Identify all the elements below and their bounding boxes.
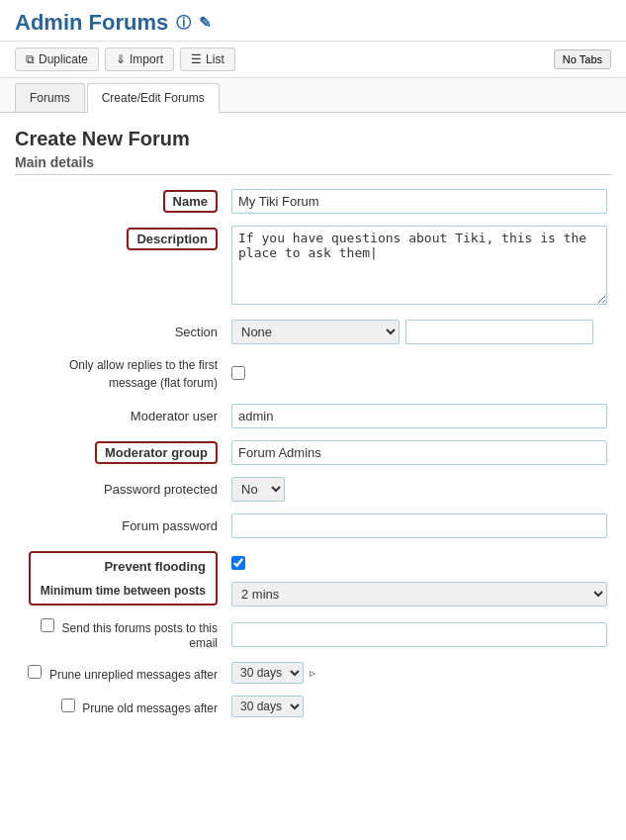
section-label: Section [175,325,218,339]
send-email-checkbox[interactable] [41,618,54,632]
import-button[interactable]: ⇓ Import [105,47,174,71]
moderator-user-label: Moderator user [131,409,218,423]
name-input[interactable] [231,189,607,214]
name-label: Name [163,190,218,213]
list-button[interactable]: ☰ List [180,47,235,71]
cursor-indicator: ▹ [310,666,315,680]
notabs-button[interactable]: No Tabs [554,49,611,69]
send-email-row: Send this forums posts to this email [15,612,611,656]
min-time-select[interactable]: 2 mins 5 mins 10 mins 30 mins [231,582,607,607]
password-protected-select[interactable]: No Yes [231,477,285,502]
tab-create-edit-forums[interactable]: Create/Edit Forums [87,83,220,113]
moderator-group-label: Moderator group [95,441,218,464]
tab-forums[interactable]: Forums [15,83,85,112]
password-protected-label: Password protected [104,482,218,497]
section-title: Main details [15,154,611,175]
help-icon[interactable]: ⓘ [176,14,191,33]
flat-forum-checkbox[interactable] [231,366,245,380]
name-row: Name [15,183,611,220]
list-icon: ☰ [191,52,202,66]
prune-unreplied-checkbox[interactable] [28,665,42,679]
description-input[interactable]: If you have questions about Tiki, this i… [231,226,607,305]
duplicate-button[interactable]: ⧉ Duplicate [15,47,99,71]
prune-old-label: Prune old messages after [82,701,218,715]
edit-icon[interactable]: ✎ [199,14,212,32]
prune-old-select[interactable]: 30 days 7 days 14 days 60 days 90 days [231,696,304,717]
moderator-user-row: Moderator user [15,398,611,434]
create-forum-title: Create New Forum [15,128,611,150]
prevent-flooding-checkbox[interactable] [231,556,245,570]
prune-old-checkbox[interactable] [61,699,75,712]
prune-unreplied-row: Prune unreplied messages after 30 days 7… [15,656,611,690]
import-icon: ⇓ [116,52,126,66]
description-label: Description [127,228,218,250]
section-select[interactable]: None [231,320,400,344]
prevent-flooding-label: Prevent flooding [41,559,206,574]
page-title: Admin Forums [15,10,168,36]
moderator-group-input[interactable] [231,440,607,465]
moderator-user-input[interactable] [231,404,607,428]
description-row: Description If you have questions about … [15,220,611,314]
send-email-input[interactable] [231,622,607,647]
min-time-label: Minimum time between posts [41,584,206,598]
forum-password-input[interactable] [231,513,607,538]
prevent-flooding-row: Prevent flooding Minimum time between po… [15,544,611,612]
forum-password-label: Forum password [122,518,218,533]
prune-unreplied-select[interactable]: 30 days 7 days 14 days 60 days 90 days [231,662,304,684]
prune-unreplied-label: Prune unreplied messages after [49,668,218,682]
section-extra-input[interactable] [405,320,593,344]
prune-old-row: Prune old messages after 30 days 7 days … [15,690,611,723]
main-form: Name Description If you have questions a… [15,183,611,723]
flat-forum-row: Only allow replies to the first message … [15,350,611,398]
flat-forum-label: Only allow replies to the first message … [69,358,218,390]
password-protected-row: Password protected No Yes [15,471,611,508]
moderator-group-row: Moderator group [15,434,611,471]
section-row: Section None [15,314,611,350]
forum-password-row: Forum password [15,508,611,544]
send-email-label: Send this forums posts to this email [62,621,218,650]
duplicate-icon: ⧉ [26,52,35,66]
